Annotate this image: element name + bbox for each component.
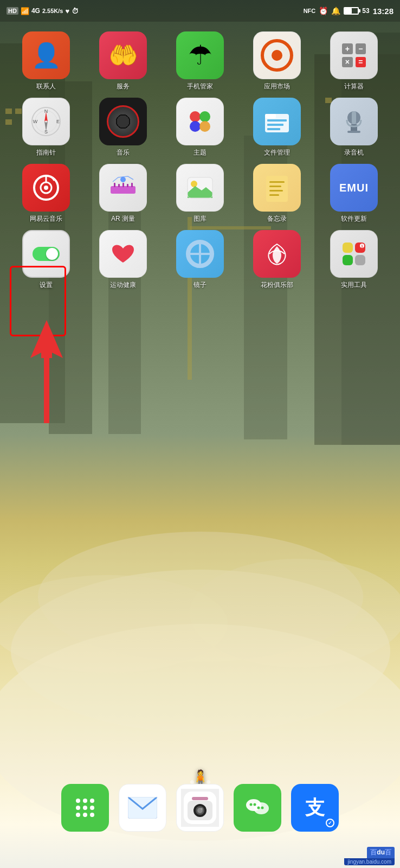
status-hd: HD (7, 7, 18, 15)
notes-icon (253, 164, 301, 212)
compass-icon: N S W E (22, 98, 70, 145)
services-icon: 🤲 (99, 31, 147, 79)
battery-icon (344, 7, 359, 15)
app-calculator[interactable]: + − × = 计算器 (318, 31, 390, 91)
dock-alipay-icon: 支 ✓ (291, 784, 339, 832)
calculator-label: 计算器 (344, 82, 364, 91)
svg-rect-34 (267, 124, 283, 126)
settings-label: 设置 (40, 280, 53, 290)
app-health[interactable]: 运动健康 (87, 230, 159, 290)
dock-alipay[interactable]: 支 ✓ (291, 784, 339, 832)
app-settings[interactable]: 设置 (10, 230, 82, 290)
watermark-top: 百du百 (367, 847, 395, 858)
svg-point-82 (201, 808, 203, 810)
dock-email-icon (119, 784, 166, 832)
music-label: 音乐 (117, 148, 130, 157)
status-left: HD 📶 4G 2.55K/s ♥ ⏱ (7, 7, 79, 15)
files-label: 文件管理 (264, 148, 290, 157)
svg-point-85 (250, 803, 253, 806)
mirror-icon (176, 230, 224, 278)
health-label: 运动健康 (110, 280, 136, 290)
huawei-club-icon (253, 230, 301, 278)
svg-rect-38 (347, 131, 360, 133)
svg-rect-32 (265, 114, 276, 118)
svg-point-69 (90, 806, 94, 810)
svg-point-29 (190, 121, 201, 132)
huawei-club-label: 花粉俱乐部 (261, 280, 293, 290)
svg-point-64 (76, 799, 80, 803)
app-gallery[interactable]: 图库 (164, 164, 236, 224)
tools-icon: 1 (330, 230, 378, 278)
emui-label: 软件更新 (341, 214, 367, 224)
app-compass[interactable]: N S W E 指南针 (10, 98, 82, 157)
tools-label: 实用工具 (341, 280, 367, 290)
appmarket-label: 应用市场 (264, 82, 290, 91)
dock-applist[interactable] (61, 784, 109, 832)
battery-fill (345, 8, 352, 14)
services-label: 服务 (117, 82, 130, 91)
app-recorder[interactable]: 录音机 (318, 98, 390, 157)
app-music[interactable]: 音乐 (87, 98, 159, 157)
health-icon (99, 230, 147, 278)
mirror-label: 镜子 (193, 280, 207, 290)
svg-rect-54 (266, 176, 288, 202)
app-notes[interactable]: 备忘录 (241, 164, 313, 224)
dock-camera[interactable] (176, 784, 224, 832)
theme-label: 主题 (193, 148, 207, 157)
svg-point-50 (120, 177, 126, 182)
app-huawei-club[interactable]: 花粉俱乐部 (241, 230, 313, 290)
svg-rect-47 (122, 183, 124, 187)
status-timer: ⏱ (72, 7, 79, 15)
vinyl-disc (107, 105, 139, 138)
svg-point-72 (90, 813, 94, 817)
clock: 13:28 (373, 7, 393, 16)
netease-label: 网易云音乐 (30, 214, 62, 224)
gallery-icon (176, 164, 224, 212)
svg-point-28 (199, 111, 210, 122)
nfc-icon: NFC (304, 8, 316, 14)
status-speed: 2.55K/s (42, 8, 63, 14)
calculator-icon: + − × = (330, 31, 378, 79)
watermark-bottom: jingyan.baidu.com (344, 858, 395, 865)
music-icon (99, 98, 147, 145)
svg-text:W: W (33, 119, 38, 124)
appmarket-icon (253, 31, 301, 79)
svg-rect-77 (192, 797, 208, 800)
dock-wechat-icon (234, 784, 281, 832)
app-appmarket[interactable]: 应用市场 (241, 31, 313, 91)
svg-point-87 (257, 807, 260, 809)
svg-rect-33 (267, 119, 287, 122)
app-armeasure[interactable]: AR 测量 (87, 164, 159, 224)
alarm-icon: ⏰ (319, 7, 328, 15)
svg-point-30 (199, 121, 210, 132)
contacts-label: 联系人 (36, 82, 56, 91)
svg-point-65 (83, 799, 87, 803)
svg-point-67 (76, 806, 80, 810)
manager-icon: ☂ (176, 31, 224, 79)
app-netease[interactable]: 网易云音乐 (10, 164, 82, 224)
app-services[interactable]: 🤲 服务 (87, 31, 159, 91)
app-theme[interactable]: 主题 (164, 98, 236, 157)
manager-label: 手机管家 (187, 82, 213, 91)
watermark: 百du百 jingyan.baidu.com (344, 847, 395, 865)
app-manager[interactable]: ☂ 手机管家 (164, 31, 236, 91)
svg-point-88 (261, 807, 264, 809)
app-tools[interactable]: 1 实用工具 (318, 230, 390, 290)
dock-email[interactable] (119, 784, 166, 832)
dock-wechat[interactable] (234, 784, 281, 832)
svg-point-86 (254, 803, 256, 806)
svg-rect-57 (269, 190, 283, 192)
app-files[interactable]: 文件管理 (241, 98, 313, 157)
dock: 支 ✓ (0, 777, 400, 838)
svg-rect-39 (352, 111, 356, 124)
svg-rect-49 (131, 183, 133, 187)
toggle-switch-icon (33, 247, 60, 261)
app-emui[interactable]: EMUI 软件更新 (318, 164, 390, 224)
svg-rect-55 (269, 181, 285, 183)
status-right: NFC ⏰ 🔔 53 13:28 (304, 7, 393, 16)
dock-applist-icon (61, 784, 109, 832)
app-contacts[interactable]: 👤 联系人 (10, 31, 82, 91)
app-mirror[interactable]: 镜子 (164, 230, 236, 290)
settings-icon (22, 230, 70, 278)
files-icon (253, 98, 301, 145)
